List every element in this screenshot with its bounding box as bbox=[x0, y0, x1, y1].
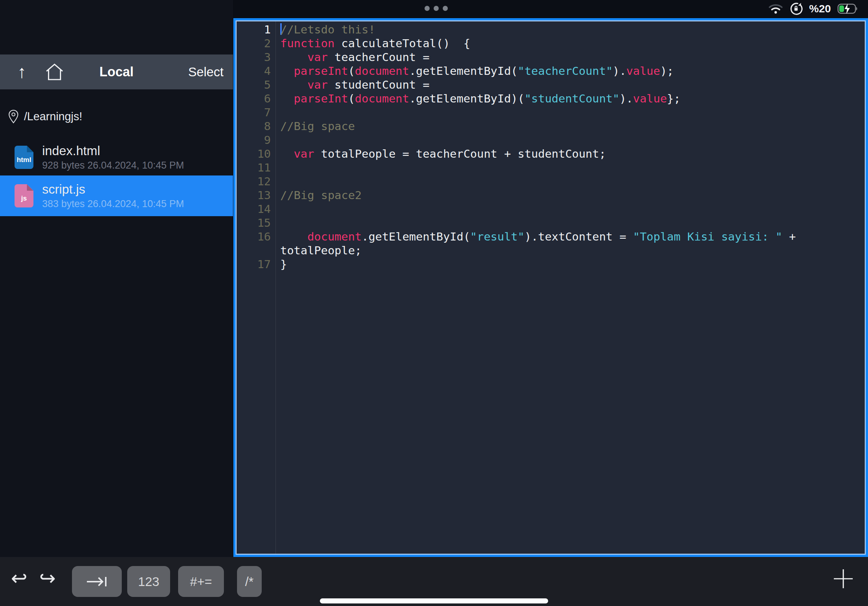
symbols-key-button[interactable]: #+= bbox=[178, 566, 224, 597]
code-token: parseInt bbox=[294, 64, 348, 77]
battery-percent: %20 bbox=[809, 3, 831, 15]
code-token: .getElementById( bbox=[362, 230, 470, 243]
line-text: function calculateTotal() { bbox=[271, 36, 865, 50]
code-line[interactable]: 16 document.getElementById("result").tex… bbox=[237, 230, 865, 257]
code-line[interactable]: 14 bbox=[237, 202, 865, 216]
line-number: 15 bbox=[237, 216, 271, 230]
code-token: ); bbox=[660, 64, 674, 77]
file-type-icon: js bbox=[14, 184, 33, 207]
current-path: /Learningjs! bbox=[7, 109, 82, 124]
code-token: "Toplam Kisi sayisi: " bbox=[633, 230, 783, 243]
code-token: var bbox=[307, 51, 328, 63]
add-file-button[interactable] bbox=[832, 567, 855, 591]
keyboard-accessory-toolbar: ↩ ↪ 123 #+= /* bbox=[0, 557, 868, 606]
line-number: 11 bbox=[237, 161, 271, 175]
code-surface[interactable]: 1 //Letsdo this! 2 function calculateTot… bbox=[237, 22, 865, 554]
select-button[interactable]: Select bbox=[188, 65, 223, 79]
undo-button[interactable]: ↩ bbox=[11, 569, 27, 588]
code-line[interactable]: 3 var teacherCount = bbox=[237, 50, 865, 64]
code-line[interactable]: 12 bbox=[237, 175, 865, 188]
file-icon-label: html bbox=[17, 156, 31, 164]
code-line[interactable]: 5 var studentCount = bbox=[237, 78, 865, 91]
line-number: 17 bbox=[237, 257, 271, 271]
dot-icon bbox=[434, 6, 439, 11]
dot-icon bbox=[425, 6, 429, 11]
code-token: var bbox=[294, 147, 314, 160]
line-number: 1 bbox=[237, 23, 271, 36]
code-line[interactable]: 6 parseInt(document.getElementById)("stu… bbox=[237, 91, 865, 105]
line-text: var totalPeople = teacherCount + student… bbox=[271, 147, 865, 161]
numbers-key-button[interactable]: 123 bbox=[127, 566, 170, 597]
code-line[interactable]: 11 bbox=[237, 161, 865, 175]
folded-corner bbox=[27, 146, 33, 152]
code-token: //Letsdo this! bbox=[280, 23, 375, 36]
line-text bbox=[271, 175, 865, 188]
file-info: script.js 383 bytes 26.04.2024, 10:45 PM bbox=[42, 182, 184, 210]
comment-key-button[interactable]: /* bbox=[237, 566, 262, 597]
code-token: ( bbox=[348, 92, 355, 105]
line-text: var studentCount = bbox=[271, 78, 865, 91]
code-editor-pane[interactable]: 1 //Letsdo this! 2 function calculateTot… bbox=[233, 18, 868, 557]
code-line[interactable]: 15 bbox=[237, 216, 865, 230]
code-token: document bbox=[355, 64, 409, 77]
line-text: var teacherCount = bbox=[271, 50, 865, 64]
tab-icon bbox=[85, 575, 108, 588]
code-token: "teacherCount" bbox=[518, 64, 612, 77]
line-text bbox=[271, 161, 865, 175]
code-token bbox=[280, 147, 294, 160]
multitasking-menu-button[interactable] bbox=[425, 6, 448, 11]
status-bar-right: %20 bbox=[769, 2, 859, 15]
code-token: document bbox=[307, 230, 362, 243]
tab-key-button[interactable] bbox=[72, 566, 122, 597]
code-line[interactable]: 7 bbox=[237, 105, 865, 119]
code-token: value bbox=[633, 92, 667, 105]
file-meta: 383 bytes 26.04.2024, 10:45 PM bbox=[42, 198, 184, 210]
code-token: } bbox=[280, 258, 287, 271]
file-name: script.js bbox=[42, 182, 184, 196]
code-line[interactable]: 17 } bbox=[237, 257, 865, 271]
line-number: 10 bbox=[237, 147, 271, 161]
code-line[interactable]: 2 function calculateTotal() { bbox=[237, 36, 865, 50]
code-line[interactable]: 10 var totalPeople = teacherCount + stud… bbox=[237, 147, 865, 161]
code-token bbox=[280, 92, 294, 105]
line-text: //Big space bbox=[271, 119, 865, 133]
code-token: //Big space bbox=[280, 119, 355, 133]
file-browser-sidebar: ↑ Local Select /Learningjs! html i bbox=[0, 0, 233, 557]
code-token: document bbox=[355, 92, 409, 105]
code-token bbox=[280, 78, 307, 91]
file-row[interactable]: html index.html 928 bytes 26.04.2024, 10… bbox=[0, 139, 233, 175]
line-text: parseInt(document.getElementById("teache… bbox=[271, 64, 865, 78]
line-text: document.getElementById("result").textCo… bbox=[271, 230, 865, 257]
line-number: 7 bbox=[237, 105, 271, 119]
code-token: .getElementById)( bbox=[409, 92, 524, 105]
line-text: //Letsdo this! bbox=[271, 23, 865, 36]
line-text bbox=[271, 216, 865, 230]
code-line[interactable]: 1 //Letsdo this! bbox=[237, 23, 865, 36]
code-line[interactable]: 4 parseInt(document.getElementById("teac… bbox=[237, 64, 865, 78]
code-line[interactable]: 9 bbox=[237, 133, 865, 147]
redo-button[interactable]: ↪ bbox=[39, 569, 56, 588]
line-text bbox=[271, 105, 865, 119]
current-path-text: /Learningjs! bbox=[24, 110, 82, 123]
code-line[interactable]: 8 //Big space bbox=[237, 119, 865, 133]
line-number: 16 bbox=[237, 230, 271, 257]
line-number: 14 bbox=[237, 202, 271, 216]
file-row[interactable]: js script.js 383 bytes 26.04.2024, 10:45… bbox=[0, 175, 233, 216]
line-text: } bbox=[271, 257, 865, 271]
code-token: function bbox=[280, 37, 335, 50]
file-name: index.html bbox=[42, 144, 184, 158]
line-number: 4 bbox=[237, 64, 271, 78]
code-line[interactable]: 13 //Big space2 bbox=[237, 188, 865, 202]
code-token: value bbox=[626, 64, 660, 77]
code-token: ( bbox=[348, 64, 355, 77]
ipad-code-editor-screen: { "theme": { "focus_border_blue": "#1287… bbox=[0, 0, 868, 606]
line-number: 8 bbox=[237, 119, 271, 133]
file-info: index.html 928 bytes 26.04.2024, 10:45 P… bbox=[42, 144, 184, 171]
dot-icon bbox=[443, 6, 448, 11]
home-indicator[interactable] bbox=[320, 598, 548, 603]
line-text: parseInt(document.getElementById)("stude… bbox=[271, 91, 865, 105]
line-number: 3 bbox=[237, 50, 271, 64]
code-token: "result" bbox=[470, 230, 524, 243]
code-token: studentCount = bbox=[328, 78, 429, 91]
folded-corner bbox=[27, 184, 33, 191]
